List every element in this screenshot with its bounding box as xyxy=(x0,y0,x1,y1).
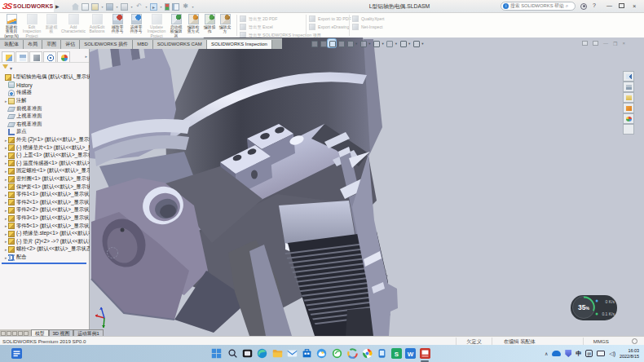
featuremanager-tab[interactable] xyxy=(2,51,15,62)
user-account-icon[interactable] xyxy=(580,3,587,10)
tree-item[interactable]: 传感器 xyxy=(0,89,90,97)
dropdown-caret[interactable]: ▾ xyxy=(161,5,162,9)
doc-window-icon-1[interactable] xyxy=(582,41,588,46)
dropdown-caret[interactable]: ▾ xyxy=(408,42,410,46)
taskpane-file-explorer-tab[interactable] xyxy=(623,92,634,103)
menu-expand-arrow[interactable]: ▶ xyxy=(55,3,60,9)
taskpane-appearances-tab[interactable] xyxy=(623,113,634,124)
ribbon-button-select-balloons[interactable]: 选择零 件序号 xyxy=(127,14,145,34)
tree-item[interactable]: ▸零件2<2> (默认<<默认>_显示状态 xyxy=(0,206,90,214)
doc-restore-button[interactable]: ❐ xyxy=(613,41,617,46)
zoom-area-icon[interactable] xyxy=(319,39,327,47)
taskbar-solidworks-app-icon[interactable] xyxy=(419,347,431,360)
tree-item[interactable]: ▸(-) 绝缘垫片<1> (默认<<默认>_显 xyxy=(0,143,90,152)
ribbon-button-edit-inspection-project[interactable]: Edit Inspection Project xyxy=(22,14,42,38)
tree-item[interactable]: ▸外壳 (2)<1> (默认<<默认>_显示状 xyxy=(0,136,90,144)
taskbar-task-view-icon[interactable] xyxy=(241,347,254,360)
view-orientation-icon[interactable] xyxy=(359,39,367,47)
publish-item[interactable]: Net-Inspect xyxy=(361,24,383,29)
displaymanager-tab[interactable] xyxy=(57,51,70,62)
tree-item[interactable]: ▸(-) 垫片 (2)<2> ->? (默认<<默认> xyxy=(0,238,90,246)
options-icon[interactable]: ✱ xyxy=(182,3,189,11)
export-cn-item[interactable]: 导出至 Excel xyxy=(249,24,273,30)
apply-scene-icon[interactable] xyxy=(412,39,420,47)
dropdown-caret[interactable]: ▾ xyxy=(102,5,104,9)
dropdown-caret[interactable]: ▾ xyxy=(146,5,148,9)
section-view-icon[interactable] xyxy=(337,39,345,47)
ribbon-button-remove-balloons[interactable]: 移除零 件序号 xyxy=(108,14,126,34)
onedrive-icon[interactable] xyxy=(552,351,561,356)
tree-item[interactable]: ▸零件5<1> (默认<<默认>_显示状态 xyxy=(0,222,90,230)
open-icon[interactable] xyxy=(91,3,99,11)
tray-expand-chevron[interactable]: ∧ xyxy=(545,351,548,356)
taskbar-browser-green-icon[interactable] xyxy=(331,347,343,360)
zoom-fit-icon[interactable] xyxy=(310,39,318,47)
tree-item[interactable]: ▸螺栓<2> (默认<<默认>_显示状态 xyxy=(0,245,90,254)
ribbon-tab-布局[interactable]: 布局 xyxy=(24,40,42,49)
taskpane-custom-properties-tab[interactable] xyxy=(623,124,634,135)
export-en-item[interactable]: Export to 3D PDF xyxy=(318,16,351,21)
ribbon-button-new-inspection-project[interactable]: 新建检 查项目 (amp;N) xyxy=(2,14,21,38)
edit-appearance-icon[interactable] xyxy=(399,39,407,47)
taskpane-view-palette-tab[interactable] xyxy=(623,103,634,113)
print-icon[interactable] xyxy=(121,3,128,11)
taskbar-clock[interactable]: 16:032022/8/15 xyxy=(620,348,644,359)
tree-item[interactable]: ▸保护套<1> (默认<<默认>_显示状 xyxy=(0,183,90,191)
ime-mode-icon[interactable]: 拼 xyxy=(585,350,593,357)
security-icon[interactable] xyxy=(565,350,571,357)
dropdown-caret[interactable]: ▾ xyxy=(117,5,118,9)
ribbon-tab-装配体[interactable]: 装配体 xyxy=(0,40,24,49)
taskbar-store-icon[interactable] xyxy=(301,347,313,360)
ribbon-button-launch-template-editor[interactable]: 启动模 板编辑 器 xyxy=(168,14,184,38)
undo-icon[interactable]: ↶ xyxy=(135,3,143,11)
minimize-button[interactable]: — xyxy=(607,2,612,8)
doc-window-icon-2[interactable] xyxy=(593,41,598,46)
help-button[interactable]: ? xyxy=(593,2,596,8)
ribbon-button-edit-methods[interactable]: 编辑检 查方式 xyxy=(185,14,201,34)
ribbon-button-edit-vendors[interactable]: 编辑卖 方 xyxy=(218,14,232,34)
ribbon-button-add-characteristic[interactable]: Add Characteristic xyxy=(61,14,86,34)
doc-minimize-button[interactable]: — xyxy=(603,41,608,46)
new-document-icon[interactable] xyxy=(82,3,89,11)
tree-filter[interactable]: ▾ xyxy=(0,63,89,73)
display-style-icon[interactable] xyxy=(373,39,381,47)
taskbar-start-icon[interactable] xyxy=(210,347,223,360)
publish-item[interactable]: QualityXpert xyxy=(361,16,385,21)
panel-tab-overflow-arrow[interactable]: ▸ xyxy=(85,54,87,59)
taskbar-weather-icon[interactable] xyxy=(315,347,328,360)
taskbar-wps-w-icon[interactable]: W xyxy=(404,347,417,360)
tree-item[interactable]: ▸(-) 上盖<1> (默认<<默认>_显示状 xyxy=(0,152,90,160)
taskpane-design-library-tab[interactable] xyxy=(623,82,634,92)
ribbon-tab-SOLIDWORKS Inspection[interactable]: SOLIDWORKS Inspection xyxy=(207,40,272,49)
ribbon-tab-SOLIDWORKS CAM[interactable]: SOLIDWORKS CAM xyxy=(153,40,207,49)
ime-language-indicator[interactable]: 中 xyxy=(576,350,581,358)
dropdown-caret[interactable]: ▾ xyxy=(421,42,423,46)
ribbon-button-add-edit-balloons[interactable]: Add/Edit Balloons xyxy=(86,14,108,34)
taskbar-browser-ring-icon[interactable] xyxy=(346,347,359,360)
dropdown-caret[interactable]: ▾ xyxy=(382,42,384,46)
ribbon-button-edit-operations[interactable]: 编辑操 作 xyxy=(202,14,217,34)
dropdown-caret[interactable]: ▾ xyxy=(131,5,133,9)
dropdown-caret[interactable]: ▾ xyxy=(395,42,397,46)
home-icon[interactable] xyxy=(72,3,79,11)
rebuild-icon[interactable] xyxy=(165,3,170,11)
help-search-box[interactable]: i 搜索 SOLIDWORKS 帮助 ⌕ xyxy=(501,2,576,11)
previous-view-icon[interactable] xyxy=(328,39,336,47)
dimxpertmanager-tab[interactable] xyxy=(43,51,56,62)
rollback-bar[interactable] xyxy=(2,263,86,264)
propertymanager-tab[interactable] xyxy=(15,51,29,62)
dropdown-caret[interactable]: ▾ xyxy=(368,42,370,46)
taskbar-file-explorer-icon[interactable] xyxy=(271,347,284,360)
taskpane-home-tab[interactable] xyxy=(623,71,634,82)
tree-item[interactable]: History xyxy=(0,82,90,90)
hide-show-items-icon[interactable] xyxy=(386,39,394,47)
dropdown-caret[interactable]: ▾ xyxy=(192,5,194,9)
taskbar-mail-icon[interactable] xyxy=(286,347,298,360)
save-icon[interactable] xyxy=(106,3,113,11)
tree-item[interactable]: ▸(-) 温度传感器<1> (默认<<默认>_ xyxy=(0,160,90,168)
tree-item[interactable]: L型铝轴热电偶 (默认<默认_显示状态-1 xyxy=(0,73,90,82)
tree-item[interactable]: ▸(-) 绝缘垫.step<1> (默认<<默认> xyxy=(0,230,90,238)
tree-item[interactable]: ▸密封圈<1> (默认<<默认>_显示状 xyxy=(0,175,90,183)
tree-item[interactable]: ▸配合 xyxy=(0,254,90,262)
ribbon-tab-MBD[interactable]: MBD xyxy=(133,40,152,49)
